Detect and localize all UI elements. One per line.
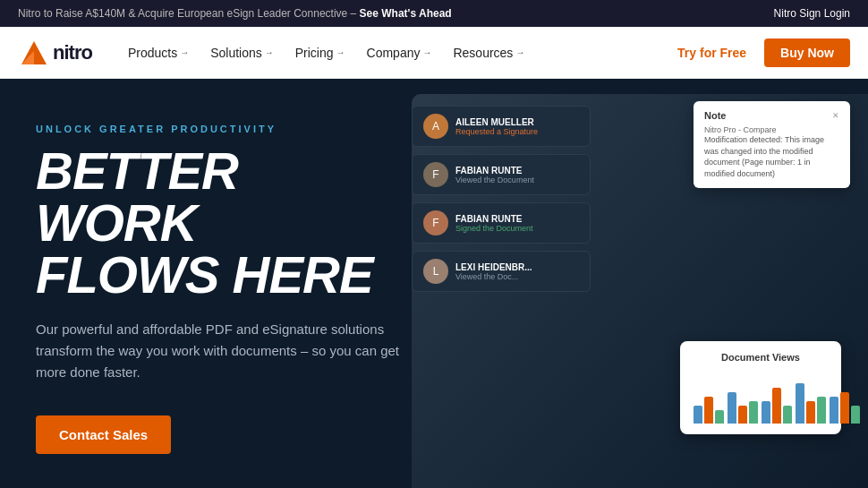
resources-arrow-icon: →: [515, 47, 524, 57]
signature-cards: AAILEEN MUELLERRequested a SignatureFFAB…: [412, 106, 591, 292]
note-title: Note: [704, 110, 726, 121]
solutions-arrow-icon: →: [265, 47, 274, 57]
sig-card-2: FFABIAN RUNTESigned the Document: [412, 202, 591, 244]
bar-group-0: [694, 397, 724, 424]
navbar: nitro Products → Solutions → Pricing → C…: [0, 27, 868, 79]
hero-eyebrow: UNLOCK GREATER PRODUCTIVITY: [36, 124, 403, 134]
products-arrow-icon: →: [180, 47, 189, 57]
login-link[interactable]: Nitro Sign Login: [774, 7, 850, 20]
nav-company[interactable]: Company →: [358, 40, 441, 65]
bar-1-1: [738, 406, 747, 424]
bar-group-1: [728, 392, 758, 424]
nav-actions: Try for Free Buy Now: [670, 39, 850, 67]
sig-card-3: LLEXI HEIDENBR...Viewed the Doc...: [412, 251, 591, 292]
note-close-icon[interactable]: ✕: [832, 111, 839, 120]
sig-card-1: FFABIAN RUNTEViewed the Document: [412, 154, 591, 195]
bar-0-0: [694, 406, 702, 424]
bar-4-2: [851, 406, 860, 424]
announcement-text: Nitro to Raise A$140M & Acquire European…: [18, 7, 452, 20]
buy-now-button[interactable]: Buy Now: [764, 39, 850, 67]
hero-subtext: Our powerful and affordable PDF and eSig…: [36, 319, 403, 383]
bar-4-0: [830, 397, 838, 424]
bar-3-2: [817, 397, 826, 424]
bar-3-0: [796, 383, 804, 424]
bar-2-1: [772, 388, 781, 424]
hero-section: UNLOCK GREATER PRODUCTIVITY BETTER WORK …: [0, 79, 868, 488]
bar-group-4: [830, 392, 860, 424]
bar-0-1: [704, 397, 713, 424]
note-body: Modification detected: This image was ch…: [704, 134, 839, 179]
logo[interactable]: nitro: [18, 38, 92, 68]
nav-pricing[interactable]: Pricing →: [286, 40, 354, 65]
announcement-bar: Nitro to Raise A$140M & Acquire European…: [0, 0, 868, 27]
try-free-button[interactable]: Try for Free: [670, 40, 753, 65]
note-subtitle: Nitro Pro - Compare: [704, 125, 839, 134]
hero-headline: BETTER WORK FLOWS HERE: [36, 145, 403, 301]
sig-card-0: AAILEEN MUELLERRequested a Signature: [412, 106, 591, 147]
bar-group-3: [796, 383, 826, 424]
pricing-arrow-icon: →: [336, 47, 345, 57]
nav-solutions[interactable]: Solutions →: [201, 40, 283, 65]
bar-3-1: [806, 401, 815, 424]
hero-illustration: AAILEEN MUELLERRequested a SignatureFFAB…: [394, 79, 868, 488]
chart-title: Document Views: [694, 352, 828, 363]
company-arrow-icon: →: [422, 47, 431, 57]
bar-1-0: [728, 392, 736, 424]
bar-2-0: [762, 401, 770, 424]
hero-content: UNLOCK GREATER PRODUCTIVITY BETTER WORK …: [0, 79, 430, 488]
nav-links: Products → Solutions → Pricing → Company…: [119, 40, 670, 65]
contact-sales-button[interactable]: Contact Sales: [36, 415, 171, 454]
chart-bars: [694, 370, 828, 424]
bar-0-2: [715, 410, 724, 424]
bar-1-2: [749, 401, 758, 424]
note-card: Note ✕ Nitro Pro - Compare Modification …: [694, 101, 850, 188]
bar-group-2: [762, 388, 792, 424]
document-views-chart: Document Views: [680, 341, 841, 434]
bar-2-2: [783, 406, 792, 424]
nav-products[interactable]: Products →: [119, 40, 198, 65]
announcement-cta[interactable]: See What's Ahead: [360, 7, 452, 20]
logo-text: nitro: [53, 41, 92, 64]
nav-resources[interactable]: Resources →: [444, 40, 533, 65]
bar-4-1: [840, 392, 849, 424]
